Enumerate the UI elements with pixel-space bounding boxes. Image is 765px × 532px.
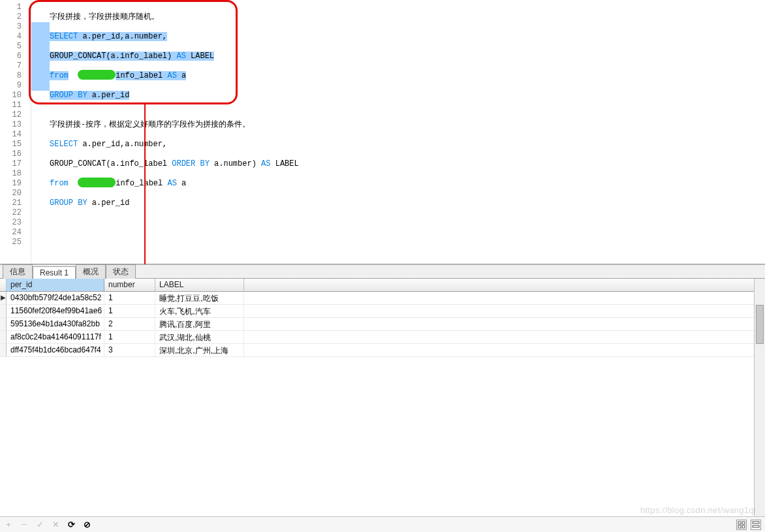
- keyword: GROUP: [50, 91, 73, 100]
- cell-per-id[interactable]: 0430bfb579f24de1a58c52: [7, 292, 104, 304]
- line-number: 13: [0, 120, 31, 130]
- code-line[interactable]: [50, 238, 765, 247]
- line-number: 20: [0, 189, 31, 198]
- code-line[interactable]: [50, 130, 765, 140]
- keyword: AS: [261, 159, 270, 168]
- cell-number[interactable]: 1: [104, 305, 155, 317]
- row-marker: [0, 344, 7, 356]
- cell-number[interactable]: 3: [104, 344, 155, 356]
- cell-label[interactable]: 腾讯,百度,阿里: [155, 318, 244, 330]
- table-row[interactable]: dff475f4b1dc46bcad647f43深圳,北京,广州,上海: [0, 344, 754, 357]
- code-line[interactable]: [50, 22, 765, 32]
- view-form-icon[interactable]: [751, 520, 761, 530]
- keyword: BY: [78, 91, 87, 100]
- code-line[interactable]: [50, 110, 765, 120]
- cell-number[interactable]: 1: [104, 292, 155, 304]
- keyword: BY: [78, 198, 87, 208]
- code-text: 字段拼接，字段拼接顺序随机。: [50, 12, 159, 22]
- result-tabs: 信息 Result 1 概况 状态: [0, 264, 765, 279]
- code-line[interactable]: [50, 3, 765, 12]
- code-line[interactable]: [50, 228, 765, 238]
- result-grid[interactable]: per_id number LABEL ▶0430bfb579f24de1a58…: [0, 279, 754, 516]
- line-number: 25: [0, 238, 31, 247]
- apply-icon[interactable]: ✓: [35, 520, 44, 529]
- code-line[interactable]: SELECT a.per_id,a.number,: [50, 32, 765, 42]
- table-row[interactable]: ▶0430bfb579f24de1a58c521睡觉,打豆豆,吃饭: [0, 292, 754, 305]
- cell-label[interactable]: 睡觉,打豆豆,吃饭: [155, 292, 244, 304]
- keyword: from: [50, 71, 69, 80]
- remove-row-icon[interactable]: −: [20, 520, 29, 529]
- table-row[interactable]: 595136e4b1da430fa82bb2腾讯,百度,阿里: [0, 318, 754, 331]
- code-text: GROUP_CONCAT(a.info_label): [50, 52, 176, 61]
- code-line[interactable]: [50, 218, 765, 228]
- cell-label[interactable]: 深圳,北京,广州,上海: [155, 344, 244, 356]
- code-line[interactable]: from info_label AS a: [50, 179, 765, 189]
- cell-label[interactable]: 武汉,湖北,仙桃: [155, 331, 244, 343]
- result-pane: 信息 Result 1 概况 状态 per_id number LABEL ▶0…: [0, 264, 765, 532]
- row-marker: [0, 331, 7, 343]
- row-marker: [0, 305, 7, 317]
- vertical-scrollbar[interactable]: [754, 279, 765, 516]
- tab-info[interactable]: 信息: [3, 264, 33, 279]
- code-line[interactable]: [50, 149, 765, 159]
- view-grid-icon[interactable]: [736, 520, 747, 530]
- col-per-id[interactable]: per_id: [7, 279, 104, 291]
- line-number: 18: [0, 169, 31, 179]
- code-text: a.per_id: [87, 198, 130, 208]
- code-text: [69, 71, 78, 80]
- line-number: 12: [0, 110, 31, 120]
- col-label[interactable]: LABEL: [155, 279, 244, 291]
- cell-per-id[interactable]: 11560fef20f84ef99b41ae6: [7, 305, 104, 317]
- code-line[interactable]: [50, 189, 765, 198]
- code-line[interactable]: [50, 61, 765, 71]
- code-line[interactable]: [50, 208, 765, 218]
- scrollbar-thumb[interactable]: [756, 305, 764, 344]
- selection-margin: [31, 32, 50, 42]
- line-gutter: 1234567891011121314151617181920212223242…: [0, 0, 31, 264]
- code-line[interactable]: [50, 101, 765, 110]
- add-row-icon[interactable]: +: [4, 520, 13, 529]
- cell-per-id[interactable]: dff475f4b1dc46bcad647f4: [7, 344, 104, 356]
- selection-margin: [31, 22, 50, 32]
- line-number: 17: [0, 159, 31, 169]
- line-number: 21: [0, 198, 31, 208]
- line-number: 15: [0, 140, 31, 149]
- table-row[interactable]: 11560fef20f84ef99b41ae61火车,飞机,汽车: [0, 305, 754, 318]
- svg-rect-1: [738, 522, 741, 524]
- code-line[interactable]: GROUP BY a.per_id: [50, 198, 765, 208]
- code-line[interactable]: [50, 169, 765, 179]
- col-number[interactable]: number: [104, 279, 155, 291]
- code-line[interactable]: SELECT a.per_id,a.number,: [50, 140, 765, 149]
- cell-number[interactable]: 1: [104, 331, 155, 343]
- code-line[interactable]: 字段拼接-按序，根据定义好顺序的字段作为拼接的条件。: [50, 120, 765, 130]
- refresh-icon[interactable]: ⟳: [67, 520, 76, 529]
- code-line[interactable]: GROUP_CONCAT(a.info_label ORDER BY a.num…: [50, 159, 765, 169]
- code-text: a: [177, 179, 186, 188]
- code-line[interactable]: [50, 42, 765, 52]
- tab-profile[interactable]: 概况: [76, 264, 106, 279]
- svg-rect-2: [742, 522, 745, 524]
- code-line[interactable]: GROUP_CONCAT(a.info_label) AS LABEL: [50, 52, 765, 61]
- cell-number[interactable]: 2: [104, 318, 155, 330]
- cell-per-id[interactable]: 595136e4b1da430fa82bb: [7, 318, 104, 330]
- code-area[interactable]: 字段拼接，字段拼接顺序随机。SELECT a.per_id,a.number,G…: [31, 0, 765, 264]
- cancel-icon[interactable]: ✕: [51, 520, 60, 529]
- keyword: AS: [176, 52, 185, 61]
- table-row[interactable]: af8c0c24ba41464091117f1武汉,湖北,仙桃: [0, 331, 754, 344]
- code-line[interactable]: 字段拼接，字段拼接顺序随机。: [50, 12, 765, 22]
- cell-per-id[interactable]: af8c0c24ba41464091117f: [7, 331, 104, 343]
- code-line[interactable]: GROUP BY a.per_id: [50, 91, 765, 101]
- code-text: a: [177, 71, 186, 80]
- code-line[interactable]: from info_label AS a: [50, 71, 765, 81]
- sql-editor[interactable]: 1234567891011121314151617181920212223242…: [0, 0, 765, 264]
- line-number: 8: [0, 71, 31, 81]
- cell-label[interactable]: 火车,飞机,汽车: [155, 305, 244, 317]
- tab-status[interactable]: 状态: [106, 264, 136, 279]
- tab-result1[interactable]: Result 1: [33, 266, 76, 279]
- code-text: info_label: [116, 71, 167, 80]
- line-number: 3: [0, 22, 31, 32]
- redacted-text: [78, 70, 116, 80]
- stop-icon[interactable]: ⊘: [82, 520, 91, 529]
- row-marker: [0, 318, 7, 330]
- code-line[interactable]: [50, 81, 765, 91]
